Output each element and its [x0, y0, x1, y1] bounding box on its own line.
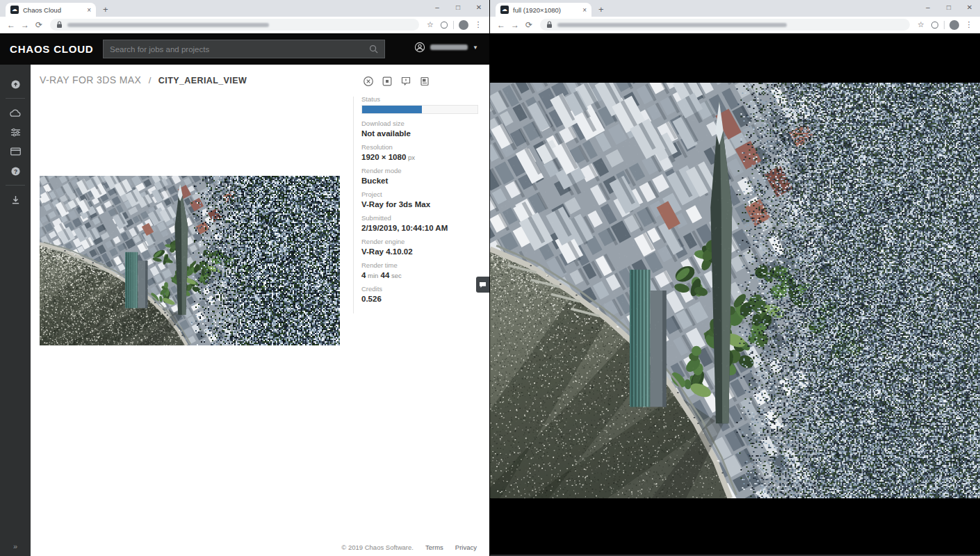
- tab-close-icon[interactable]: ×: [87, 6, 91, 14]
- feedback-tab[interactable]: [476, 277, 489, 293]
- panel-divider: [353, 97, 354, 313]
- minimize-button[interactable]: –: [427, 0, 448, 17]
- sidebar-item-cloud[interactable]: [0, 103, 31, 122]
- tab-full-image[interactable]: ☁ full (1920×1080) ×: [496, 3, 591, 17]
- detail-label: Project: [361, 190, 481, 198]
- sidebar-item-jobs[interactable]: [0, 122, 31, 142]
- browser-menu-icon[interactable]: ⋮: [962, 20, 976, 29]
- sidebar-item-billing[interactable]: [0, 142, 31, 161]
- url-redacted: [557, 23, 787, 27]
- detail-status: Status: [361, 95, 481, 114]
- detail-render-mode: Render modeBucket: [361, 167, 481, 185]
- forward-icon[interactable]: →: [18, 20, 32, 30]
- detail-download-size: Download sizeNot available: [361, 120, 481, 138]
- detail-label: Download size: [361, 120, 481, 127]
- terms-link[interactable]: Terms: [425, 543, 443, 551]
- profile-avatar[interactable]: [949, 20, 959, 30]
- search-box[interactable]: [103, 40, 385, 58]
- user-menu[interactable]: ▼: [414, 42, 478, 53]
- breadcrumb: V-RAY FOR 3DS MAX / CITY_AERIAL_VIEW: [40, 74, 247, 86]
- page-footer: © 2019 Chaos Software. Terms Privacy: [341, 543, 477, 551]
- sidebar-item-help[interactable]: ?: [0, 161, 31, 181]
- detail-value: 2/19/2019, 10:44:10 AM: [361, 224, 481, 232]
- address-bar[interactable]: [50, 19, 419, 31]
- detail-render-time: Render time4 min 44 sec: [361, 261, 481, 279]
- browser-window-full-image: ☁ full (1920×1080) × + – □ ✕ ← → ⟳ ☆ ⋮: [490, 0, 980, 556]
- tab-title: Chaos Cloud: [23, 6, 84, 14]
- feedback-bubble-icon: [479, 281, 487, 288]
- bookmark-star-icon[interactable]: ☆: [423, 20, 437, 29]
- report-problem-icon[interactable]: [400, 76, 411, 87]
- lock-icon: [56, 21, 63, 28]
- status-progress-bar: [361, 105, 478, 114]
- titlebar[interactable]: ☁ full (1920×1080) × + – □ ✕: [490, 0, 980, 17]
- job-actions: [363, 76, 430, 87]
- chaos-cloud-app: CHAOS CLOUD ▼: [0, 33, 489, 556]
- breadcrumb-project-link[interactable]: V-RAY FOR 3DS MAX: [40, 74, 141, 85]
- reload-icon[interactable]: ⟳: [32, 20, 46, 30]
- extension-icon[interactable]: [437, 21, 451, 29]
- close-button[interactable]: ✕: [959, 0, 980, 17]
- back-icon[interactable]: ←: [494, 20, 508, 30]
- reload-icon[interactable]: ⟳: [522, 20, 536, 30]
- detail-label: Status: [361, 95, 481, 103]
- job-detail-page: V-RAY FOR 3DS MAX / CITY_AERIAL_VIEW: [31, 65, 489, 556]
- image-viewer: [490, 33, 980, 556]
- sidebar-item-render[interactable]: [0, 74, 31, 94]
- toolbar-separator: [453, 21, 454, 29]
- detail-value: Not available: [361, 129, 481, 138]
- detail-submitted: Submitted2/19/2019, 10:44:10 AM: [361, 214, 481, 232]
- new-tab-button[interactable]: +: [103, 4, 108, 15]
- titlebar[interactable]: ☁ Chaos Cloud × + – □ ✕: [0, 0, 489, 17]
- sidebar-expand-icon[interactable]: »: [0, 542, 31, 550]
- breadcrumb-job-name: CITY_AERIAL_VIEW: [158, 76, 247, 85]
- detail-label: Credits: [361, 285, 481, 293]
- stop-job-icon[interactable]: [382, 76, 393, 87]
- chevron-down-icon: ▼: [473, 44, 478, 51]
- maximize-button[interactable]: □: [938, 0, 959, 17]
- detail-value: V-Ray for 3ds Max: [361, 200, 481, 208]
- chaos-cloud-favicon: ☁: [500, 6, 509, 14]
- sidebar-item-downloads[interactable]: [0, 190, 31, 209]
- tab-chaos-cloud[interactable]: ☁ Chaos Cloud ×: [6, 3, 96, 17]
- back-icon[interactable]: ←: [4, 20, 18, 30]
- window-controls: – □ ✕: [427, 0, 489, 17]
- render-thumbnail[interactable]: [40, 176, 340, 345]
- profile-avatar[interactable]: [459, 20, 468, 30]
- detail-render-engine: Render engineV-Ray 4.10.02: [361, 238, 481, 256]
- sidebar-divider: [6, 185, 25, 186]
- chaos-cloud-favicon: ☁: [10, 6, 19, 14]
- chaos-cloud-logo[interactable]: CHAOS CLOUD: [10, 43, 93, 55]
- detail-credits: Credits0.526: [361, 285, 481, 303]
- address-bar[interactable]: [540, 19, 910, 31]
- tab-close-icon[interactable]: ×: [582, 6, 587, 14]
- detail-label: Render engine: [361, 238, 481, 245]
- close-button[interactable]: ✕: [468, 0, 489, 17]
- search-input[interactable]: [110, 45, 369, 54]
- svg-text:?: ?: [13, 167, 17, 174]
- job-report-icon[interactable]: [419, 76, 430, 87]
- job-details: StatusDownload sizeNot availableResoluti…: [361, 95, 481, 309]
- extension-icon[interactable]: [928, 21, 942, 29]
- sidebar-divider: [6, 98, 25, 99]
- detail-label: Resolution: [361, 143, 481, 151]
- detail-value: V-Ray 4.10.02: [361, 247, 481, 256]
- maximize-button[interactable]: □: [448, 0, 468, 17]
- search-icon[interactable]: [369, 44, 378, 54]
- bookmark-star-icon[interactable]: ☆: [914, 20, 928, 29]
- detail-value: 1920 × 1080 px: [361, 153, 481, 161]
- new-tab-button[interactable]: +: [598, 4, 604, 15]
- browser-menu-icon[interactable]: ⋮: [471, 20, 485, 29]
- forward-icon[interactable]: →: [508, 20, 522, 30]
- detail-resolution: Resolution1920 × 1080 px: [361, 143, 481, 161]
- full-render-image: [490, 83, 980, 498]
- cancel-job-icon[interactable]: [363, 76, 374, 87]
- detail-value: Bucket: [361, 177, 481, 185]
- minimize-button[interactable]: –: [917, 0, 938, 17]
- breadcrumb-separator: /: [149, 75, 152, 85]
- browser-toolbar: ← → ⟳ ☆ ⋮: [490, 17, 980, 33]
- sidebar: ? »: [0, 65, 31, 556]
- app-header: CHAOS CLOUD ▼: [0, 33, 489, 65]
- browser-toolbar: ← → ⟳ ☆ ⋮: [0, 17, 489, 33]
- privacy-link[interactable]: Privacy: [455, 543, 477, 551]
